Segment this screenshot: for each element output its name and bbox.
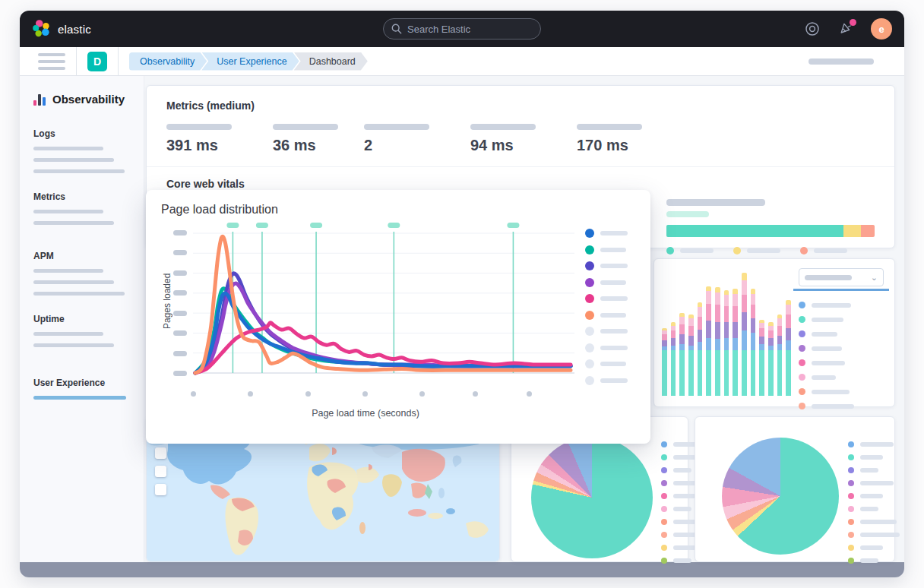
legend-item[interactable] (799, 359, 887, 366)
global-search[interactable] (383, 18, 541, 40)
stacked-bar[interactable] (751, 289, 756, 396)
legend-item[interactable] (848, 441, 900, 447)
bar-segment (698, 330, 703, 342)
sidebar-item-metrics: Metrics (33, 191, 130, 225)
legend-item[interactable] (799, 345, 887, 352)
legend-item[interactable] (848, 467, 900, 473)
nav-label-metrics[interactable]: Metrics (33, 191, 130, 202)
legend-label-placeholder (600, 378, 628, 383)
sidebar-title: Observability (52, 93, 125, 106)
bar-segment (759, 337, 764, 344)
y-axis-label: Pages loaded (161, 223, 173, 379)
tick-placeholder (473, 391, 478, 397)
legend-color-dot (848, 454, 854, 460)
bar-segment (742, 312, 747, 330)
core-web-vitals-bar[interactable] (666, 225, 875, 237)
legend-color-dot (661, 493, 667, 499)
nav-label-apm[interactable]: APM (33, 251, 130, 261)
stacked-bar[interactable] (724, 290, 729, 396)
legend-item[interactable] (848, 493, 900, 499)
top-navigation-bar: elastic e (20, 11, 904, 47)
search-input[interactable] (407, 24, 521, 35)
dashboard-main: Metrics (medium) 391 ms 36 ms 2 94 ms 17… (144, 76, 904, 562)
legend-item[interactable] (799, 330, 887, 337)
bar-segment (706, 350, 711, 396)
stacked-bar[interactable] (786, 300, 791, 396)
legend-color-dot (585, 359, 594, 368)
legend-color-dot (585, 343, 594, 352)
legend-color-dot (799, 330, 805, 337)
legend-item[interactable] (799, 316, 887, 323)
stacked-bar[interactable] (742, 273, 747, 396)
legend-item[interactable] (585, 261, 635, 270)
bar-segment (706, 321, 711, 338)
panel-title: Page load distribution (161, 203, 635, 217)
nav-placeholder-lines (33, 147, 130, 173)
nav-label-user-experience[interactable]: User Experience (33, 378, 130, 388)
space-avatar[interactable]: D (87, 52, 107, 71)
breadcrumb-observability[interactable]: Observability (129, 52, 207, 71)
stacked-bar-chart[interactable] (662, 270, 791, 396)
legend-label-placeholder (860, 481, 894, 485)
legend-label-placeholder (812, 346, 842, 351)
stacked-bar[interactable] (715, 287, 720, 396)
stacked-bar[interactable] (759, 320, 764, 396)
pie-chart-right[interactable] (722, 438, 839, 555)
legend-item[interactable] (799, 374, 887, 381)
x-axis-tick-placeholders (193, 390, 574, 399)
elastic-brand[interactable]: elastic (32, 19, 91, 39)
newsfeed-bell-icon[interactable] (837, 21, 854, 37)
map-zoom-button[interactable] (155, 484, 166, 495)
legend-item[interactable] (848, 558, 900, 564)
legend-item[interactable] (848, 519, 900, 525)
stacked-bar[interactable] (679, 313, 685, 396)
legend-item[interactable] (848, 506, 900, 512)
skeleton-line (33, 147, 103, 150)
nav-label-uptime[interactable]: Uptime (33, 314, 130, 324)
stacked-bar[interactable] (768, 322, 774, 396)
legend-item[interactable] (848, 454, 900, 460)
legend-item[interactable] (585, 311, 635, 320)
map-zoom-button[interactable] (155, 447, 166, 459)
legend-item[interactable] (848, 532, 900, 538)
legend-color-dot (799, 388, 805, 395)
pie-chart-left[interactable] (531, 437, 653, 558)
legend-item[interactable] (585, 278, 635, 287)
stacked-bar[interactable] (733, 289, 738, 396)
sidebar-item-logs: Logs (33, 128, 130, 173)
user-avatar[interactable]: e (871, 18, 892, 40)
legend-color-dot (848, 506, 854, 512)
stacked-bar[interactable] (698, 302, 703, 396)
legend-color-dot (848, 441, 854, 447)
help-menu-icon[interactable] (804, 21, 821, 37)
bar-segment (706, 304, 711, 321)
stacked-bar[interactable] (662, 328, 667, 396)
breadcrumb-user-experience[interactable]: User Experience (201, 52, 299, 71)
legend-item[interactable] (585, 294, 635, 303)
legend-item (585, 359, 635, 368)
stacked-bar[interactable] (688, 315, 694, 396)
breakdown-select[interactable]: ⌄ (799, 268, 884, 286)
stacked-bar[interactable] (706, 286, 711, 396)
legend-label-placeholder (812, 332, 837, 337)
breadcrumb-dashboard[interactable]: Dashboard (294, 52, 368, 71)
stacked-bar[interactable] (671, 322, 676, 396)
legend-item[interactable] (799, 302, 887, 308)
bar-segment (768, 338, 774, 346)
legend-item[interactable] (585, 245, 635, 254)
legend-item[interactable] (848, 545, 900, 551)
nav-label-logs[interactable]: Logs (33, 128, 130, 139)
line-chart[interactable] (193, 223, 578, 385)
legend-item[interactable] (799, 388, 887, 395)
legend-item[interactable] (799, 403, 887, 409)
stacked-bar[interactable] (777, 315, 783, 396)
bar-segment (715, 339, 720, 350)
legend-item[interactable] (585, 229, 635, 238)
map-zoom-button[interactable] (155, 466, 166, 477)
cwv-value-placeholder (666, 211, 709, 217)
nav-placeholder-lines (33, 332, 130, 347)
bar-segment (679, 350, 685, 396)
bar-segment (786, 315, 791, 328)
menu-toggle-button[interactable] (38, 53, 65, 70)
legend-item[interactable] (848, 480, 900, 486)
